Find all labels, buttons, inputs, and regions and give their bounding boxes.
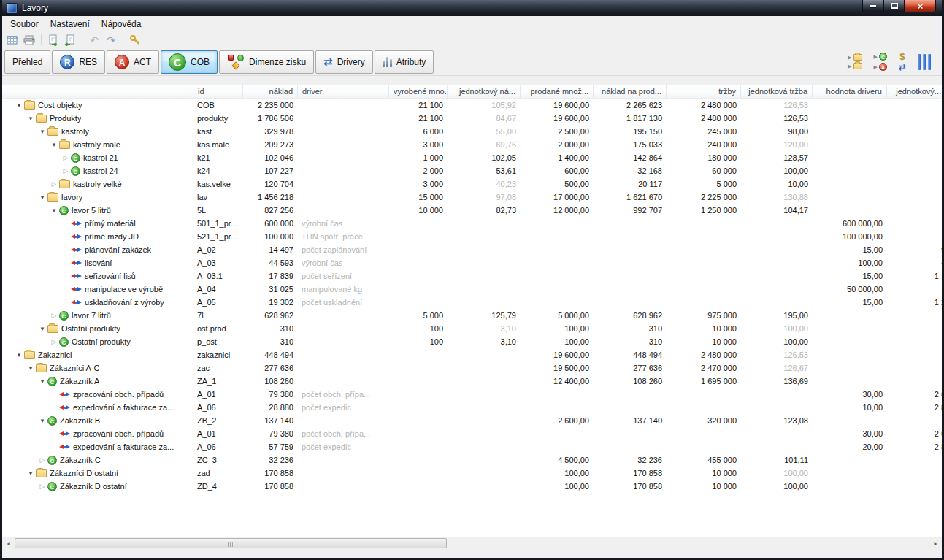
expander-icon[interactable]: ▾ [37,125,47,138]
expander-icon[interactable]: ▷ [49,335,59,348]
expander-icon[interactable]: ▷ [37,453,47,467]
hscroll-track[interactable] [15,537,929,549]
menu-napoveda[interactable]: Nápověda [96,18,147,31]
expander-icon[interactable]: ▷ [37,480,47,493]
expand-nodes-icon[interactable]: ▶C ▶A [874,53,887,71]
tree-table-row[interactable]: ▷ C kastrol 24 k24 107 227 2 000 53,61 6… [2,164,942,177]
expander-icon[interactable]: ▾ [26,112,36,125]
expander-icon[interactable]: ▷ [61,151,71,164]
header-prodane-mnozstvi[interactable]: prodané množ... [521,85,594,99]
columns-icon[interactable] [918,54,931,70]
tree-table-row[interactable]: ▷ C kastrol 21 k21 102 046 1 000 102,05 … [2,151,942,164]
hscroll-thumb[interactable] [15,538,447,548]
menu-soubor[interactable]: Soubor [4,18,45,31]
expander-icon[interactable]: ▷ [61,164,71,177]
cob-button[interactable]: C COB [161,50,218,74]
prehled-button[interactable]: Přehled [4,50,50,74]
expander-icon[interactable]: ▾ [14,99,24,112]
expand-folders-icon[interactable]: ▶ ▶ [848,54,862,69]
atributy-button[interactable]: Atributy [375,50,434,74]
act-button[interactable]: A ACT [107,50,159,74]
print-icon[interactable] [23,34,36,47]
tree-table-row[interactable]: přímý materiál 501_1_pr... 600 000 výrob… [2,217,942,230]
cell-hodnota-driveru [813,309,887,322]
expander-icon[interactable]: ▷ [49,177,59,191]
tree-table-row[interactable]: přímé mzdy JD 521_1_pr... 100 000 THN sp… [2,230,942,243]
tree-table-row[interactable]: ▷ C Zákazník C ZC_3 32 236 4 500,00 32 2… [2,453,942,467]
tree-table-row[interactable]: zpracování obch. případů A_01 79 380 poč… [2,388,942,401]
tree-table-row[interactable]: ▾ C lavor 5 litrů 5L 827 256 10 000 82,7… [2,204,942,217]
dimenze-zisku-button[interactable]: Dimenze zisku [219,50,314,74]
tree-table-row[interactable]: ▾ C Zákazník B ZB_2 137 140 2 600,00 137… [2,414,942,427]
header-id[interactable]: id [193,85,243,99]
header-naklad[interactable]: náklad [243,85,298,99]
tree-table-row[interactable]: ▾ Zakaznici zakaznici 448 494 19 600,00 … [2,348,942,361]
cell-jednotkova-trzba: 10,00 [741,177,813,191]
tree-table-row[interactable]: ▷ C Zákazník D ostatní ZD_4 170 858 100,… [2,480,942,493]
undo-icon[interactable]: ↶ [88,34,101,47]
tree-table-row[interactable]: ▷ C lavor 7 litrů 7L 628 962 5 000 125,7… [2,309,942,322]
cell-jednotkova-trzba [741,243,813,256]
titlebar[interactable]: Lavory × [2,0,942,16]
table-icon[interactable] [6,34,19,47]
tree-table-row[interactable]: ▾ Ostatní produkty ost.prod 310 100 3,10… [2,322,942,335]
import-icon[interactable] [64,34,77,47]
tree-table-row[interactable]: ▾ lavory lav 1 456 218 15 000 97,08 17 0… [2,191,942,204]
cell-vyrobene: 100 [389,335,448,348]
tree-table-row[interactable]: ▷ C Ostatní produkty p_ost 310 100 3,10 … [2,335,942,348]
menu-nastaveni[interactable]: Nastavení [45,18,96,31]
header-jednotkovy-naklad[interactable]: jednotkový ná... [448,85,521,99]
tree-table-row[interactable]: lisování A_03 44 593 výrobní čas 100,00 … [2,256,942,269]
tree-table-row[interactable]: uskladňování z výroby A_05 19 302 počet … [2,296,942,309]
export-icon[interactable] [47,34,60,47]
tree-table-row[interactable]: seřizování lisů A_03.1 17 839 počet seří… [2,269,942,283]
header-tree[interactable] [2,85,193,99]
expander-icon[interactable]: ▾ [14,348,24,361]
tree-table-row[interactable]: ▾ Cost objekty COB 2 235 000 21 100 105,… [2,99,942,112]
header-jednotkova-trzba[interactable]: jednotková tržba [741,85,813,99]
close-button[interactable]: × [905,0,936,12]
tree-table-row[interactable]: ▾ Zákazníci A-C zac 277 636 19 500,00 27… [2,361,942,375]
hscroll-left-button[interactable]: ◂ [2,537,15,549]
tree-table-row[interactable]: ▾ kastroly malé kas.male 209 273 3 000 6… [2,138,942,151]
header-hodnota-driveru[interactable]: hodnota driveru [813,85,887,99]
keys-icon[interactable] [128,34,142,47]
tree-table-row[interactable]: ▷ kastroly velké kas.velke 120 704 3 000… [2,177,942,191]
cost-object-icon: C [59,206,69,215]
tree-table-row[interactable]: zpracování obch. případů A_01 79 380 poč… [2,427,942,440]
indent [2,171,61,172]
tree-table-row[interactable]: ▾ C Zákazník A ZA_1 108 260 12 400,00 10… [2,375,942,388]
hscroll-right-button[interactable]: ▸ [929,537,942,549]
header-jednotkova-cena[interactable]: jednotkový... [887,85,944,99]
expander-icon[interactable]: ▾ [49,204,59,217]
header-vyrobene-mnozstvi[interactable]: vyrobené mno... [389,85,448,99]
tree-table-row[interactable]: ▾ Zákazníci D ostatní zad 170 858 100,00… [2,467,942,480]
cell-driver [298,191,389,204]
redo-icon[interactable]: ↷ [104,34,118,47]
header-driver[interactable]: driver [298,85,389,99]
tree-table-row[interactable]: manipulace ve výrobě A_04 31 025 manipul… [2,283,942,296]
expander-icon[interactable]: ▾ [26,361,36,375]
expander-icon[interactable]: ▾ [26,467,36,480]
header-naklad-na-prodane[interactable]: náklad na prod... [594,85,667,99]
act-node-icon: A [879,63,887,71]
row-label: kastrol 24 [83,164,118,177]
tree-table-row[interactable]: plánování zakázek A_02 14 497 počet zapl… [2,243,942,256]
expander-icon[interactable]: ▾ [37,191,47,204]
expander-icon[interactable]: ▾ [37,322,47,335]
expander-icon[interactable]: ▷ [49,309,59,322]
expander-icon[interactable]: ▾ [49,138,59,151]
tree-table-row[interactable]: ▾ Produkty produkty 1 786 506 21 100 84,… [2,112,942,125]
res-button[interactable]: R RES [52,50,105,74]
drivery-button[interactable]: ⇄ Drivery [315,50,373,74]
header-trzby[interactable]: tržby [667,85,741,99]
tree-table-row[interactable]: expedování a fakturace za... A_06 28 880… [2,401,942,414]
minimize-button[interactable] [862,0,883,12]
maximize-button[interactable] [883,0,905,12]
expander-icon[interactable]: ▾ [37,414,47,427]
currency-driver-icon[interactable]: $ ⇄ [899,53,906,72]
expander-icon[interactable]: ▾ [37,375,47,388]
cell-id: A_06 [193,440,243,453]
tree-table-row[interactable]: ▾ kastroly kast 329 978 6 000 55,00 2 50… [2,125,942,138]
tree-table-row[interactable]: expedování a fakturace za... A_06 57 759… [2,440,942,453]
